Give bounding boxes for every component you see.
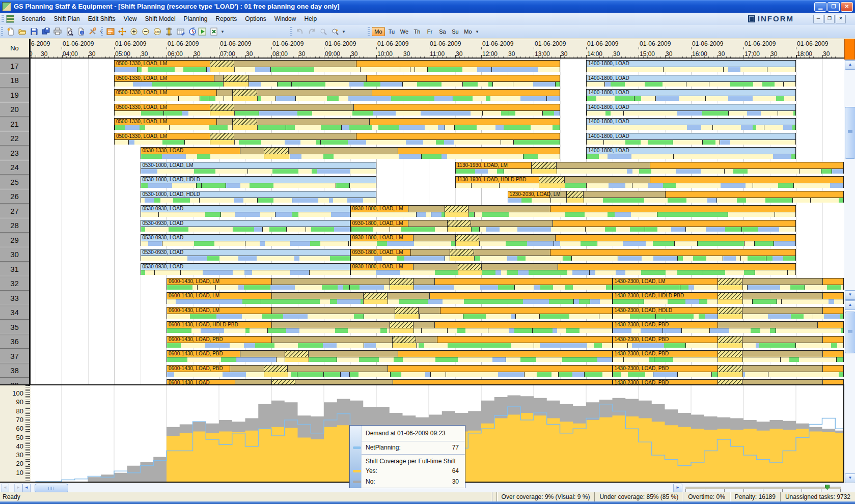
shift-bar[interactable]: 0600-1430, LOAD	[167, 379, 613, 384]
shift-bar[interactable]: 0530-1000, LOAD, LM	[141, 162, 377, 174]
shift-bar[interactable]: 1400-1800, LOAD	[586, 60, 796, 72]
menu-scenario[interactable]: Scenario	[17, 14, 49, 24]
title-bar[interactable]: GS Planning Staff & Equipment - [Shift P…	[0, 0, 855, 13]
new-shift-plan-icon[interactable]	[5, 26, 16, 37]
shift-bar[interactable]: 0530-1330, LOAD	[141, 147, 560, 159]
zoom-go-icon[interactable]	[329, 26, 341, 37]
toolbar-drag-handle[interactable]	[101, 27, 103, 36]
close-button[interactable]: ✕	[841, 2, 853, 12]
shift-bar[interactable]: 0600-1430, LOAD, PBD	[167, 365, 613, 377]
gantt-scroll-up-icon[interactable]: ▲	[845, 60, 855, 70]
shift-bar[interactable]: 1430-2300, LOAD, HDLD PBD	[613, 292, 844, 304]
day-button-mo-7[interactable]: Mo	[462, 27, 474, 36]
shift-bar[interactable]: 1130-1930, LOAD, LM	[455, 162, 844, 174]
shift-bar[interactable]: 1430-2300, LOAD, PBD	[613, 321, 844, 333]
toolbar-drag-handle[interactable]	[290, 27, 292, 36]
fit-vertical-icon[interactable]	[163, 26, 175, 37]
page-properties-icon[interactable]: i	[75, 26, 87, 37]
zoom-out-icon[interactable]	[140, 26, 151, 37]
toolbar-drag-handle[interactable]	[192, 27, 195, 36]
shift-bar[interactable]: 1130-1930, LOAD, HDLD PBD	[455, 176, 844, 188]
pane-scroll-left-icon[interactable]: ◄	[1, 484, 9, 493]
shift-bar[interactable]: 0530-0930, LOAD	[141, 249, 350, 261]
shift-bar[interactable]: 0530-0930, LOAD	[141, 263, 350, 275]
zoom-100-icon[interactable]: 100	[152, 26, 163, 37]
shift-bar[interactable]: 0530-1000, LOAD, HDLD	[141, 191, 377, 203]
menu-view[interactable]: View	[120, 14, 141, 24]
day-button-sa-5[interactable]: Sa	[436, 27, 449, 36]
child-minimize-button[interactable]: ─	[813, 15, 823, 23]
shift-bar[interactable]: 0500-1330, LOAD, LM	[114, 104, 560, 116]
shift-bar[interactable]: 0500-1330, LOAD, LM	[114, 133, 560, 145]
toolbar-drag-handle[interactable]	[368, 27, 370, 36]
assign-icon[interactable]	[175, 26, 186, 37]
shift-bar[interactable]: 0530-0930, LOAD	[141, 205, 350, 217]
shift-bar[interactable]: 1430-2300, LOAD, HDLD	[613, 307, 844, 319]
shift-bar[interactable]: 0500-1330, LOAD, LM	[114, 75, 560, 87]
vertical-scrollbar-rail[interactable]: ▲ ▼ ▲ ▼	[844, 39, 855, 483]
menu-options[interactable]: Options	[241, 14, 270, 24]
undo-icon[interactable]	[294, 26, 306, 37]
shift-bar[interactable]: 1400-1800, LOAD	[586, 75, 796, 87]
day-button-tu-1[interactable]: Tu	[385, 27, 398, 36]
toolbar-overflow-icon[interactable]: ▾	[220, 29, 225, 34]
shift-bar[interactable]: 1400-1800, LOAD	[586, 147, 796, 159]
chart-scrollbar-thumb[interactable]	[845, 312, 855, 353]
shift-bar[interactable]: 0500-1330, LOAD, LM	[114, 60, 560, 72]
shift-bar[interactable]: 0530-0930, LOAD	[141, 234, 350, 246]
day-button-su-6[interactable]: Su	[449, 27, 461, 36]
save-all-icon[interactable]	[40, 26, 51, 37]
timeline-header[interactable]: 6-200901-06-200901-06-200901-06-200901-0…	[0, 39, 844, 58]
child-close-button[interactable]: ✕	[836, 15, 846, 23]
zoom-fit-icon[interactable]	[117, 26, 128, 37]
gantt-grid[interactable]: 0500-1330, LOAD, LM1400-1800, LOAD0500-1…	[31, 59, 844, 384]
shift-bar[interactable]: 1430-2300, LOAD, LM	[613, 278, 844, 290]
menu-drag-handle[interactable]	[2, 15, 4, 23]
shift-bar[interactable]: 1400-1800, LOAD	[586, 133, 796, 145]
shift-bar[interactable]: 0930-1800, LOAD, LM	[350, 205, 796, 217]
gantt-scrollbar-thumb[interactable]	[845, 107, 855, 159]
menu-help[interactable]: Help	[300, 14, 321, 24]
shift-bar[interactable]: 1400-1800, LOAD	[586, 89, 796, 101]
day-button-th-3[interactable]: Th	[411, 27, 423, 36]
shift-bar[interactable]: 1400-1800, LOAD	[586, 104, 796, 116]
shift-bar[interactable]: 0600-1430, LOAD, LM	[167, 307, 613, 319]
shift-bar[interactable]: 1430-2300, LOAD, PBD	[613, 350, 844, 362]
zoom-in-icon[interactable]	[128, 26, 140, 37]
toolbar-overflow-icon[interactable]: ▾	[341, 29, 346, 34]
shift-bar[interactable]: 1430-2300, LOAD, PBD	[613, 365, 844, 377]
day-button-fr-4[interactable]: Fr	[424, 27, 436, 36]
shift-bar[interactable]: 0600-1430, LOAD, HDLD PBD	[167, 321, 613, 333]
horizontal-scrollbar-thumb[interactable]	[35, 484, 68, 493]
minimize-button[interactable]: ▁	[814, 2, 826, 12]
chart-scroll-down-icon[interactable]: ▼	[845, 473, 855, 483]
shift-bar[interactable]: 0930-1800, LOAD, LM	[350, 263, 796, 275]
shift-bar[interactable]: 0600-1430, LOAD, PBD	[167, 336, 613, 348]
child-restore-button[interactable]: ❐	[824, 15, 835, 23]
save-icon[interactable]	[29, 26, 40, 37]
toolbar-drag-handle[interactable]	[1, 27, 3, 36]
shift-bar[interactable]: 0600-1430, LOAD, LM	[167, 292, 613, 304]
shift-bar[interactable]: 0930-1800, LOAD, LM	[350, 249, 796, 261]
customize-tools-icon[interactable]	[87, 26, 98, 37]
shift-bar[interactable]: 0500-1330, LOAD, LM	[114, 118, 560, 130]
menu-shift-plan[interactable]: Shift Plan	[49, 14, 84, 24]
toolbar-overflow-icon[interactable]: ▾	[475, 29, 480, 34]
pane-scroll-right-icon[interactable]: ►	[14, 484, 22, 493]
shift-bar[interactable]: 1430-2300, LOAD, PBD	[613, 336, 844, 348]
shift-bar[interactable]: 0930-1800, LOAD, LM	[350, 234, 796, 246]
shift-bar[interactable]: 0530-0930, LOAD	[141, 220, 350, 232]
scroll-left-icon[interactable]: ◄	[22, 484, 31, 493]
shift-bar[interactable]: 0530-1000, LOAD, HDLD	[141, 176, 377, 188]
chart-scroll-up-icon[interactable]: ▲	[845, 300, 855, 310]
shift-bar[interactable]: 0930-1800, LOAD, LM	[350, 220, 796, 232]
open-icon[interactable]	[17, 26, 28, 37]
shift-bar[interactable]: 1400-1800, LOAD	[586, 118, 796, 130]
maximize-button[interactable]: ❐	[828, 2, 840, 12]
redo-icon[interactable]	[306, 26, 317, 37]
excel-export-icon[interactable]	[208, 26, 219, 37]
menu-shift-model[interactable]: Shift Model	[141, 14, 180, 24]
print-preview-icon[interactable]	[64, 26, 75, 37]
print-icon[interactable]	[52, 26, 63, 37]
menu-window[interactable]: Window	[270, 14, 300, 24]
